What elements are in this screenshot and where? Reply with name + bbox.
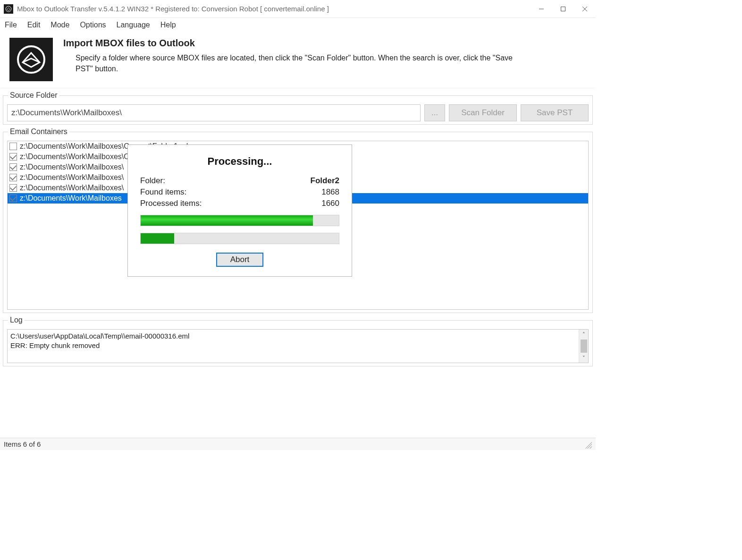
log-box: C:\Users\user\AppData\Local\Temp\\email-… xyxy=(7,329,589,363)
dialog-processed-value: 1660 xyxy=(321,199,339,208)
window-title: Mbox to Outlook Transfer v.5.4.1.2 WIN32… xyxy=(17,5,531,13)
resize-grip-icon[interactable] xyxy=(583,440,592,449)
app-logo-icon xyxy=(9,38,53,81)
menu-file[interactable]: File xyxy=(5,21,17,29)
checkbox-icon[interactable] xyxy=(9,153,17,161)
checkbox-icon[interactable] xyxy=(9,143,17,150)
log-group: Log C:\Users\user\AppData\Local\Temp\\em… xyxy=(3,316,593,366)
instruction-panel: Import MBOX files to Outlook Specify a f… xyxy=(1,32,595,88)
list-item-path: z:\Documents\Work\Mailboxes xyxy=(20,194,122,203)
save-pst-button[interactable]: Save PST xyxy=(521,104,589,121)
menu-mode[interactable]: Mode xyxy=(51,21,69,29)
progress-fill-2 xyxy=(141,233,174,244)
svg-point-5 xyxy=(18,46,44,73)
dialog-folder-label: Folder: xyxy=(140,176,165,186)
log-line: ERR: Empty chunk removed xyxy=(10,341,576,350)
title-bar: Mbox to Outlook Transfer v.5.4.1.2 WIN32… xyxy=(0,0,596,18)
source-path-input[interactable] xyxy=(7,104,421,121)
checkbox-icon[interactable] xyxy=(9,163,17,171)
close-button[interactable] xyxy=(574,0,596,17)
minimize-button[interactable] xyxy=(531,0,552,17)
log-content[interactable]: C:\Users\user\AppData\Local\Temp\\email-… xyxy=(8,330,579,363)
svg-rect-2 xyxy=(561,7,565,11)
list-item-path: z:\Documents\Work\Mailboxes\ xyxy=(20,184,124,192)
dialog-title: Processing... xyxy=(140,155,339,168)
window-controls xyxy=(531,0,596,17)
progress-bar-2 xyxy=(140,233,339,244)
log-line: C:\Users\user\AppData\Local\Temp\\email-… xyxy=(10,331,576,341)
menu-help[interactable]: Help xyxy=(160,21,176,29)
browse-button[interactable]: ... xyxy=(424,104,445,121)
instruction-description: Specify a folder where source MBOX files… xyxy=(63,52,526,74)
abort-button[interactable]: Abort xyxy=(216,253,263,267)
source-folder-group: Source Folder ... Scan Folder Save PST xyxy=(3,91,593,125)
list-item-path: z:\Documents\Work\Mailboxes\ xyxy=(20,163,124,171)
dialog-processed-label: Processed items: xyxy=(140,199,202,208)
progress-fill-1 xyxy=(141,215,313,226)
maximize-button[interactable] xyxy=(552,0,574,17)
log-scrollbar[interactable]: ˄ ˅ xyxy=(579,330,588,363)
status-bar: Items 6 of 6 xyxy=(0,438,596,450)
status-text: Items 6 of 6 xyxy=(4,440,41,448)
app-icon xyxy=(4,4,13,14)
dialog-found-value: 1868 xyxy=(321,187,339,197)
menu-bar: File Edit Mode Options Language Help xyxy=(0,18,596,32)
svg-point-0 xyxy=(6,6,11,12)
email-containers-legend: Email Containers xyxy=(8,127,69,136)
log-legend: Log xyxy=(8,316,25,324)
instruction-title: Import MBOX files to Outlook xyxy=(63,38,526,49)
list-item-path: z:\Documents\Work\Mailboxes\ xyxy=(20,173,124,182)
menu-options[interactable]: Options xyxy=(80,21,106,29)
scroll-thumb[interactable] xyxy=(581,339,587,353)
scan-folder-button[interactable]: Scan Folder xyxy=(449,104,517,121)
menu-edit[interactable]: Edit xyxy=(27,21,41,29)
progress-bar-1 xyxy=(140,215,339,226)
processing-dialog: Processing... Folder: Folder2 Found item… xyxy=(127,144,352,277)
checkbox-icon[interactable] xyxy=(9,184,17,192)
scroll-down-icon[interactable]: ˅ xyxy=(579,353,588,363)
source-folder-legend: Source Folder xyxy=(8,91,59,100)
menu-language[interactable]: Language xyxy=(117,21,150,29)
checkbox-icon[interactable] xyxy=(9,174,17,181)
dialog-folder-value: Folder2 xyxy=(311,176,339,186)
scroll-up-icon[interactable]: ˄ xyxy=(579,330,588,339)
checkbox-icon[interactable] xyxy=(9,195,17,202)
dialog-found-label: Found items: xyxy=(140,187,186,197)
